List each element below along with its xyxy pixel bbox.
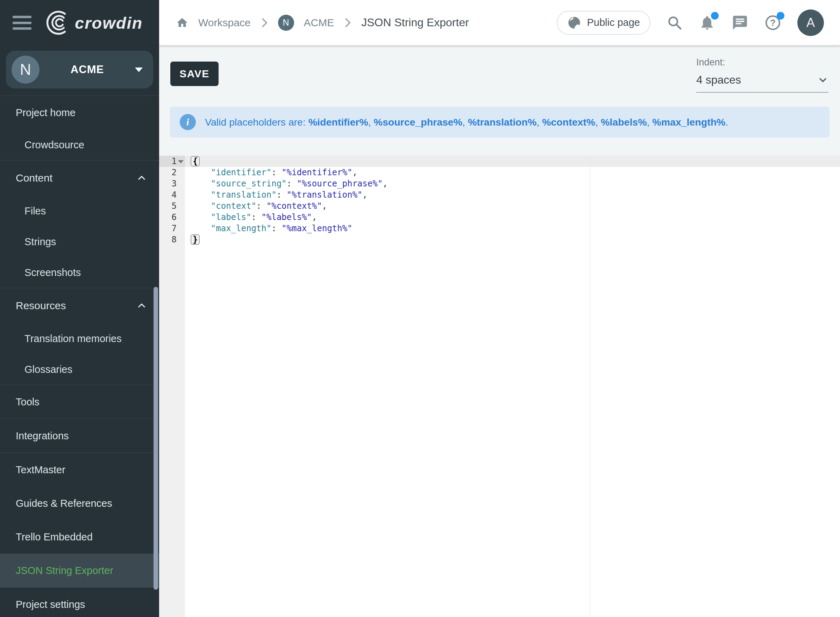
project-switcher[interactable]: N ACME bbox=[6, 51, 153, 89]
sidebar-item-resources[interactable]: Resources bbox=[0, 288, 159, 323]
chevron-up-icon bbox=[137, 173, 146, 183]
main-content: SAVE Indent: 4 spaces i Valid placeholde… bbox=[159, 46, 840, 617]
menu-icon[interactable] bbox=[13, 16, 31, 30]
sidebar-item-label: Crowdsource bbox=[25, 139, 84, 151]
code-token bbox=[191, 212, 211, 222]
crowdin-swirl-icon bbox=[46, 10, 71, 35]
save-button[interactable]: SAVE bbox=[170, 62, 218, 86]
sidebar-item-translation-memories[interactable]: Translation memories bbox=[0, 323, 159, 354]
sidebar-item-glossaries[interactable]: Glossaries bbox=[0, 354, 159, 385]
indent-select[interactable]: 4 spaces bbox=[696, 74, 828, 93]
code-line[interactable]: "source_string": "%source_phrase%", bbox=[185, 178, 840, 189]
sidebar-item-label: Strings bbox=[25, 236, 56, 248]
sidebar-item-label: Screenshots bbox=[25, 267, 81, 278]
project-avatar: N bbox=[12, 56, 40, 84]
search-icon bbox=[666, 15, 682, 31]
line-number: 2 bbox=[159, 167, 185, 178]
chevron-right-icon bbox=[344, 18, 351, 28]
indent-label: Indent: bbox=[696, 57, 828, 68]
fold-toggle-icon[interactable] bbox=[178, 160, 184, 163]
code-token: "%translation%" bbox=[287, 190, 363, 200]
sidebar-item-label: Project home bbox=[16, 107, 75, 118]
top-header: Workspace N ACME JSON String Exporter Pu… bbox=[159, 0, 840, 46]
sidebar-item-screenshots[interactable]: Screenshots bbox=[0, 257, 159, 288]
breadcrumb-project-avatar[interactable]: N bbox=[278, 15, 294, 31]
placeholder-token: %context% bbox=[542, 117, 595, 128]
sidebar-item-tools[interactable]: Tools bbox=[0, 385, 159, 419]
sidebar-item-label: Resources bbox=[16, 300, 66, 311]
code-line[interactable]: { bbox=[185, 156, 840, 167]
code-line[interactable]: "max_length": "%max_length%" bbox=[185, 223, 840, 234]
search-button[interactable] bbox=[666, 15, 682, 31]
breadcrumb: Workspace N ACME JSON String Exporter bbox=[159, 15, 557, 31]
sidebar: crowdin N ACME Project homeCrowdsourceCo… bbox=[0, 0, 159, 617]
sidebar-item-label: Content bbox=[16, 172, 53, 184]
notification-badge bbox=[711, 12, 719, 19]
code-token: : bbox=[256, 201, 267, 211]
home-icon[interactable] bbox=[176, 16, 189, 29]
breadcrumb-project[interactable]: ACME bbox=[304, 17, 335, 29]
sidebar-item-integrations[interactable]: Integrations bbox=[0, 419, 159, 453]
code-token: , bbox=[362, 190, 367, 200]
code-editor[interactable]: 12345678 { "identifier": "%identifier%",… bbox=[159, 156, 840, 617]
indent-control: Indent: 4 spaces bbox=[696, 57, 828, 93]
editor-code-area[interactable]: { "identifier": "%identifier%", "source_… bbox=[185, 156, 840, 617]
user-avatar[interactable]: A bbox=[797, 9, 824, 36]
sidebar-nav: Project homeCrowdsourceContentFilesStrin… bbox=[0, 96, 159, 617]
code-line[interactable]: "identifier": "%identifier%", bbox=[185, 167, 840, 178]
breadcrumb-workspace[interactable]: Workspace bbox=[198, 17, 251, 29]
globe-icon bbox=[567, 16, 581, 30]
info-icon: i bbox=[180, 114, 196, 130]
placeholder-token: %source_phrase% bbox=[374, 117, 462, 128]
sidebar-item-label: TextMaster bbox=[16, 464, 65, 476]
sidebar-item-files[interactable]: Files bbox=[0, 196, 159, 226]
sidebar-item-strings[interactable]: Strings bbox=[0, 226, 159, 257]
code-token bbox=[191, 190, 211, 200]
sidebar-item-content[interactable]: Content bbox=[0, 161, 159, 196]
page-title: JSON String Exporter bbox=[361, 16, 469, 29]
project-name: ACME bbox=[40, 63, 135, 76]
sidebar-item-guides-references[interactable]: Guides & References bbox=[0, 487, 159, 520]
code-line[interactable]: } bbox=[185, 234, 840, 245]
code-token: "%labels%" bbox=[261, 212, 312, 222]
code-token bbox=[191, 223, 211, 233]
code-token: : bbox=[277, 190, 287, 200]
sidebar-item-textmaster[interactable]: TextMaster bbox=[0, 453, 159, 487]
sidebar-item-project-home[interactable]: Project home bbox=[0, 96, 159, 130]
code-token: "context" bbox=[211, 201, 256, 211]
code-token: , bbox=[352, 168, 357, 177]
sidebar-item-label: Glossaries bbox=[25, 364, 72, 375]
code-token: , bbox=[322, 201, 327, 211]
code-token: "%context%" bbox=[267, 201, 322, 211]
chat-icon bbox=[732, 14, 749, 31]
sidebar-item-label: Guides & References bbox=[16, 498, 112, 509]
help-button[interactable]: ? bbox=[765, 14, 781, 31]
sidebar-item-trello-embedded[interactable]: Trello Embedded bbox=[0, 520, 159, 554]
line-number: 7 bbox=[159, 223, 185, 234]
code-token: : bbox=[271, 168, 281, 177]
header-actions: Public page ? bbox=[557, 9, 840, 36]
line-number: 6 bbox=[159, 212, 185, 223]
line-number: 5 bbox=[159, 201, 185, 212]
code-token: : bbox=[271, 223, 281, 233]
svg-text:?: ? bbox=[770, 18, 776, 28]
notifications-button[interactable] bbox=[699, 14, 716, 31]
code-token: "source_string" bbox=[211, 179, 287, 189]
code-line[interactable]: "translation": "%translation%", bbox=[185, 189, 840, 201]
code-token: "max_length" bbox=[211, 223, 271, 233]
help-badge bbox=[777, 12, 784, 19]
sidebar-item-crowdsource[interactable]: Crowdsource bbox=[0, 130, 159, 160]
sidebar-item-label: Project settings bbox=[16, 599, 85, 610]
sidebar-item-label: Files bbox=[25, 205, 46, 217]
sidebar-item-project-settings[interactable]: Project settings bbox=[0, 587, 159, 617]
code-token bbox=[191, 179, 211, 189]
sidebar-scrollbar[interactable] bbox=[153, 287, 158, 590]
messages-button[interactable] bbox=[732, 14, 749, 31]
crowdin-logo[interactable]: crowdin bbox=[46, 10, 143, 35]
sidebar-item-json-string-exporter[interactable]: JSON String Exporter bbox=[0, 554, 159, 587]
code-line[interactable]: "labels": "%labels%", bbox=[185, 212, 840, 223]
chevron-down-icon bbox=[817, 74, 828, 86]
public-page-button[interactable]: Public page bbox=[557, 11, 650, 35]
code-line[interactable]: "context": "%context%", bbox=[185, 201, 840, 212]
chevron-up-icon bbox=[137, 301, 146, 311]
